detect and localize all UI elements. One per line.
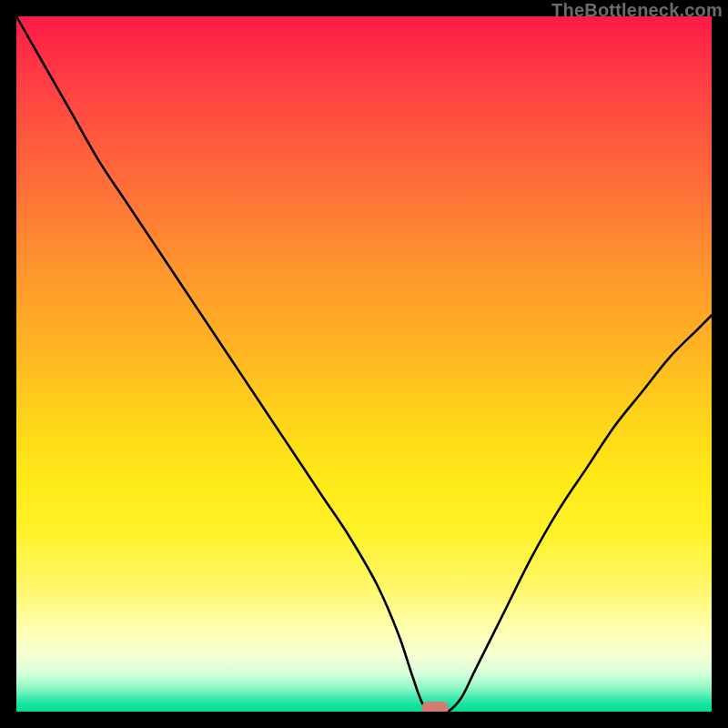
chart-frame: TheBottleneck.com (0, 0, 728, 728)
optimal-point-marker (421, 702, 449, 712)
plot-area (16, 16, 712, 712)
bottleneck-curve (16, 16, 712, 712)
